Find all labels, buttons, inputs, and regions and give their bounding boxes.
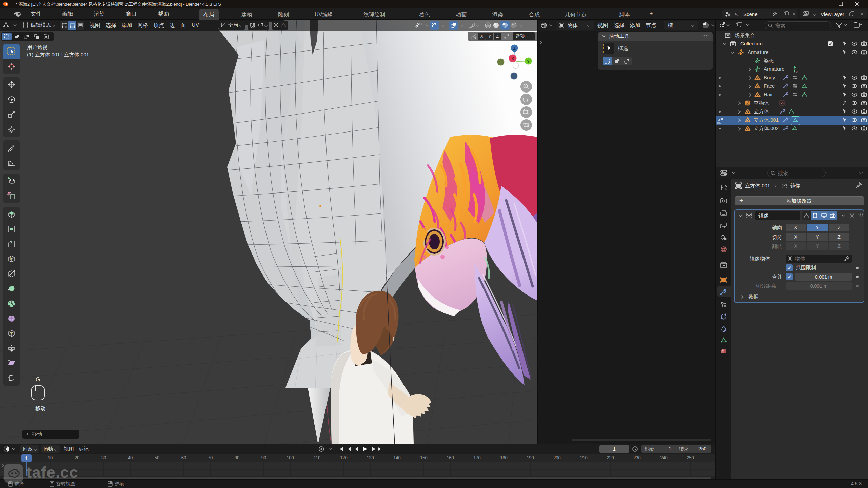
svg-text:250: 250 xyxy=(687,455,694,460)
svg-text:230: 230 xyxy=(633,455,641,460)
svg-text:150: 150 xyxy=(420,455,428,460)
svg-text:10: 10 xyxy=(48,455,53,460)
svg-text:120: 120 xyxy=(340,455,348,460)
svg-text:70: 70 xyxy=(208,455,213,460)
svg-text:20: 20 xyxy=(75,455,79,460)
svg-text:60: 60 xyxy=(181,455,186,460)
svg-text:90: 90 xyxy=(261,455,266,460)
svg-text:Y: Y xyxy=(527,59,530,63)
svg-text:100: 100 xyxy=(287,455,294,460)
svg-text:110: 110 xyxy=(314,455,321,460)
svg-text:123: 123 xyxy=(794,70,798,73)
svg-text:170: 170 xyxy=(473,455,481,460)
svg-text:200: 200 xyxy=(553,455,561,460)
svg-text:240: 240 xyxy=(660,455,668,460)
svg-text:190: 190 xyxy=(527,455,534,460)
svg-text:Z: Z xyxy=(513,46,516,50)
svg-text:40: 40 xyxy=(128,455,133,460)
svg-text:160: 160 xyxy=(447,455,454,460)
svg-text:220: 220 xyxy=(607,455,614,460)
svg-text:30: 30 xyxy=(101,455,106,460)
svg-text:X: X xyxy=(511,57,514,61)
svg-text:140: 140 xyxy=(393,455,401,460)
svg-text:130: 130 xyxy=(367,455,374,460)
svg-text:50: 50 xyxy=(155,455,159,460)
svg-text:80: 80 xyxy=(235,455,239,460)
svg-text:210: 210 xyxy=(580,455,588,460)
svg-text:180: 180 xyxy=(500,455,508,460)
